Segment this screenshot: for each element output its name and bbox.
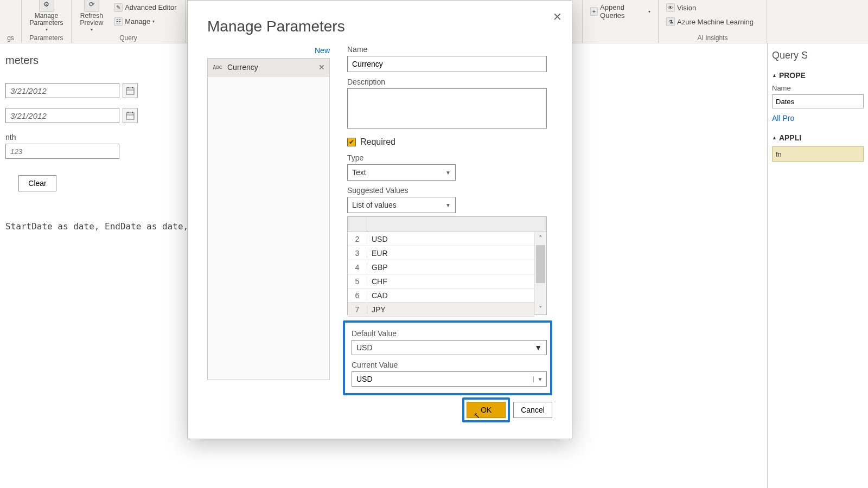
vision-button[interactable]: 👁 Vision — [664, 2, 698, 13]
all-properties-link[interactable]: All Pro — [772, 114, 794, 123]
chevron-down-icon[interactable]: ▼ — [533, 376, 546, 382]
value-row[interactable]: 3EUR — [348, 246, 534, 260]
suggested-values-select[interactable]: List of values▼ — [347, 197, 456, 213]
advanced-editor-button[interactable]: ✎ Advanced Editor — [112, 2, 178, 13]
row-number: 6 — [348, 291, 367, 300]
text-type-icon: ABC — [212, 62, 223, 72]
name-input[interactable] — [347, 56, 547, 72]
new-parameter-link[interactable]: New — [207, 44, 330, 58]
parameter-list-item[interactable]: ABC Currency ✕ — [207, 58, 330, 76]
calendar-icon — [126, 111, 135, 120]
calendar-button-1[interactable] — [123, 83, 138, 98]
ok-button[interactable]: OK ↖ — [467, 402, 506, 418]
scroll-down-icon[interactable]: ˅ — [535, 303, 546, 314]
row-value: GBP — [367, 263, 388, 272]
query-settings-header: Query S — [772, 50, 864, 61]
values-table: 2USD3EUR4GBP5CHF6CAD7JPY ˄ ˅ — [347, 216, 547, 315]
close-button[interactable]: ✕ — [553, 10, 562, 23]
refresh-icon: ⟳ — [84, 0, 99, 12]
current-value-label: Current Value — [352, 361, 544, 369]
query-name-input[interactable] — [772, 94, 864, 108]
svg-rect-6 — [127, 112, 129, 113]
append-queries-button[interactable]: + Append Queries▾ — [588, 2, 653, 21]
function-signature: StartDate as date, EndDate as date, FYSt… — [5, 221, 182, 232]
row-number: 2 — [348, 235, 367, 243]
append-icon: + — [590, 7, 598, 16]
applied-steps-section[interactable]: ▲APPLI — [772, 133, 864, 142]
row-value: EUR — [367, 249, 388, 258]
calendar-icon — [126, 86, 135, 95]
refresh-preview-button[interactable]: ⟳ Refresh Preview ▾ — [78, 0, 105, 33]
row-value: USD — [367, 235, 388, 243]
current-value-combo[interactable]: ▼ — [352, 371, 547, 387]
name-label: Name — [772, 84, 864, 92]
value-row[interactable]: 2USD — [348, 232, 534, 246]
end-date-input[interactable] — [5, 108, 119, 123]
row-number: 3 — [348, 249, 367, 258]
svg-rect-0 — [126, 88, 134, 94]
parameter-list: New ABC Currency ✕ — [207, 44, 330, 395]
type-select[interactable]: Text▼ — [347, 164, 456, 181]
query-settings-pane: Query S ▲PROPE Name All Pro ▲APPLI fn — [767, 43, 868, 488]
value-row[interactable]: 6CAD — [348, 288, 534, 303]
azure-ml-icon: ⚗ — [666, 17, 675, 26]
scroll-up-icon[interactable]: ˄ — [535, 232, 546, 244]
value-row[interactable]: 5CHF — [348, 274, 534, 288]
svg-rect-4 — [126, 113, 134, 119]
vision-icon: 👁 — [666, 3, 675, 12]
manage-button[interactable]: ☷ Manage ▾ — [112, 16, 178, 27]
row-value: CAD — [367, 291, 388, 300]
current-value-input[interactable] — [352, 375, 533, 383]
default-value-select[interactable]: USD▼ — [352, 340, 547, 355]
editor-icon: ✎ — [114, 3, 123, 12]
manage-parameters-dialog: ✕ Manage Parameters New ABC Currency ✕ N… — [187, 0, 572, 439]
row-number: 5 — [348, 277, 367, 286]
parameters-icon: ⚙ — [39, 0, 54, 12]
azure-ml-button[interactable]: ⚗ Azure Machine Learning — [664, 16, 756, 27]
cancel-button[interactable]: Cancel — [513, 402, 552, 418]
chevron-down-icon: ▼ — [445, 170, 451, 176]
required-checkbox[interactable]: ✔ — [347, 138, 356, 146]
scroll-thumb[interactable] — [536, 245, 545, 283]
row-value: JPY — [367, 305, 386, 314]
svg-rect-7 — [132, 112, 133, 113]
cursor-icon: ↖ — [474, 411, 480, 420]
row-number: 4 — [348, 263, 367, 272]
svg-rect-2 — [127, 87, 129, 88]
parameters-header: meters — [5, 54, 182, 67]
calendar-button-2[interactable] — [123, 108, 138, 123]
chevron-down-icon: ▼ — [534, 343, 542, 352]
manage-parameters-button[interactable]: ⚙ Manage Parameters ▾ — [27, 0, 65, 33]
description-field-label: Description — [347, 78, 552, 86]
ok-highlight: OK ↖ — [462, 397, 510, 422]
svg-rect-3 — [132, 87, 133, 88]
manage-icon: ☷ — [114, 17, 123, 26]
required-label: Required — [360, 137, 395, 147]
suggested-values-label: Suggested Values — [347, 186, 552, 195]
clear-button[interactable]: Clear — [18, 175, 56, 191]
applied-step[interactable]: fn — [772, 146, 864, 162]
month-input[interactable] — [5, 144, 119, 159]
name-field-label: Name — [347, 45, 552, 54]
default-value-label: Default Value — [352, 329, 544, 338]
row-number: 7 — [348, 305, 367, 314]
parameters-pane: meters nth Clear StartDate as date, EndD… — [0, 43, 187, 488]
chevron-down-icon: ▼ — [445, 202, 451, 208]
value-row[interactable]: 7JPY — [348, 303, 534, 317]
month-label: nth — [5, 133, 182, 142]
properties-section[interactable]: ▲PROPE — [772, 71, 864, 80]
row-value: CHF — [367, 277, 387, 286]
values-scrollbar[interactable]: ˄ ˅ — [534, 232, 546, 314]
delete-parameter-icon[interactable]: ✕ — [318, 63, 325, 72]
start-date-input[interactable] — [5, 83, 119, 98]
description-input[interactable] — [347, 88, 547, 129]
dialog-title: Manage Parameters — [188, 1, 572, 44]
type-field-label: Type — [347, 153, 552, 162]
highlighted-values-section: Default Value USD▼ Current Value ▼ — [343, 320, 552, 395]
value-row[interactable]: 4GBP — [348, 260, 534, 274]
parameter-form: Name Description ✔ Required Type Text▼ S… — [331, 44, 552, 395]
parameter-item-label: Currency — [227, 63, 258, 72]
